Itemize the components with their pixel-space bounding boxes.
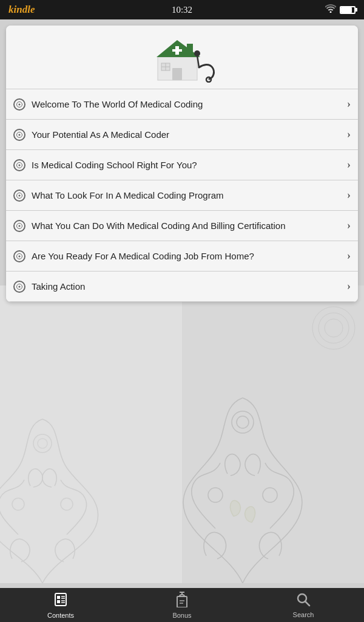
menu-label-1: Welcome To The World Of Medical Coding bbox=[32, 99, 347, 109]
target-icon-3 bbox=[13, 159, 25, 171]
main-content: Welcome To The World Of Medical Coding ›… bbox=[0, 19, 364, 603]
svg-rect-20 bbox=[172, 49, 182, 52]
target-icon-6 bbox=[13, 250, 25, 262]
svg-point-1 bbox=[38, 439, 47, 448]
menu-label-7: Taking Action bbox=[32, 281, 347, 292]
nav-label-search: Search bbox=[293, 611, 314, 618]
nav-item-search[interactable]: Search bbox=[243, 588, 364, 622]
menu-label-5: What You Can Do With Medical Coding And … bbox=[32, 220, 347, 231]
svg-rect-14 bbox=[187, 44, 193, 55]
nav-item-bonus[interactable]: Bonus bbox=[121, 588, 243, 622]
svg-rect-31 bbox=[177, 596, 187, 607]
background-pattern bbox=[0, 285, 364, 583]
contents-icon bbox=[53, 592, 69, 610]
nav-item-contents[interactable]: Contents bbox=[0, 588, 121, 622]
target-icon-5 bbox=[13, 220, 25, 232]
chevron-icon-4: › bbox=[347, 189, 351, 202]
svg-rect-25 bbox=[57, 596, 60, 599]
svg-rect-28 bbox=[57, 600, 60, 603]
target-icon-2 bbox=[13, 129, 25, 141]
svg-line-37 bbox=[305, 601, 309, 606]
svg-point-3 bbox=[61, 498, 73, 510]
menu-item-3[interactable]: Is Medical Coding School Right For You? … bbox=[6, 150, 358, 180]
menu-item-4[interactable]: What To Look For In A Medical Coding Pro… bbox=[6, 180, 358, 211]
logo-area bbox=[6, 26, 358, 89]
svg-point-11 bbox=[325, 319, 343, 337]
target-icon-1 bbox=[13, 98, 25, 111]
chevron-icon-5: › bbox=[347, 219, 351, 232]
menu-item-2[interactable]: Your Potential As A Medical Coder › bbox=[6, 120, 358, 150]
bg-q2 bbox=[182, 285, 364, 583]
menu-item-6[interactable]: Are You Ready For A Medical Coding Job F… bbox=[6, 241, 358, 272]
chevron-icon-7: › bbox=[347, 280, 351, 293]
menu-label-2: Your Potential As A Medical Coder bbox=[32, 129, 347, 140]
bg-q1 bbox=[0, 285, 182, 583]
menu-list: Welcome To The World Of Medical Coding ›… bbox=[6, 89, 358, 302]
app-logo: kindle bbox=[8, 4, 35, 16]
battery-icon bbox=[340, 6, 356, 14]
target-icon-7 bbox=[13, 281, 25, 293]
nav-label-contents: Contents bbox=[47, 612, 74, 619]
card-panel: Welcome To The World Of Medical Coding ›… bbox=[6, 26, 358, 302]
menu-item-7[interactable]: Taking Action › bbox=[6, 272, 358, 302]
chevron-icon-3: › bbox=[347, 159, 351, 171]
svg-point-7 bbox=[208, 488, 223, 502]
svg-point-8 bbox=[263, 488, 277, 502]
chevron-icon-1: › bbox=[347, 98, 351, 111]
menu-label-4: What To Look For In A Medical Coding Pro… bbox=[32, 190, 347, 200]
svg-point-23 bbox=[194, 50, 200, 56]
bonus-icon bbox=[175, 592, 189, 610]
status-time: 10:32 bbox=[172, 5, 192, 15]
svg-point-10 bbox=[318, 313, 349, 343]
svg-point-4 bbox=[232, 411, 254, 433]
search-icon bbox=[296, 592, 311, 609]
chevron-icon-2: › bbox=[347, 128, 351, 141]
svg-point-2 bbox=[12, 498, 24, 510]
bottom-nav: Contents Bonus Search bbox=[0, 588, 364, 622]
menu-label-6: Are You Ready For A Medical Coding Job F… bbox=[32, 251, 347, 261]
svg-point-0 bbox=[33, 434, 52, 453]
svg-rect-15 bbox=[172, 68, 182, 80]
menu-item-5[interactable]: What You Can Do With Medical Coding And … bbox=[6, 211, 358, 241]
status-bar: kindle 10:32 bbox=[0, 0, 364, 19]
menu-label-3: Is Medical Coding School Right For You? bbox=[32, 160, 347, 170]
wifi-icon bbox=[325, 4, 336, 15]
app-logo-image bbox=[146, 34, 218, 83]
menu-item-1[interactable]: Welcome To The World Of Medical Coding › bbox=[6, 89, 358, 120]
nav-label-bonus: Bonus bbox=[172, 612, 191, 619]
target-icon-4 bbox=[13, 190, 25, 202]
chevron-icon-6: › bbox=[347, 250, 351, 262]
svg-rect-24 bbox=[55, 593, 66, 606]
svg-point-5 bbox=[237, 416, 249, 428]
status-icons bbox=[325, 4, 356, 15]
